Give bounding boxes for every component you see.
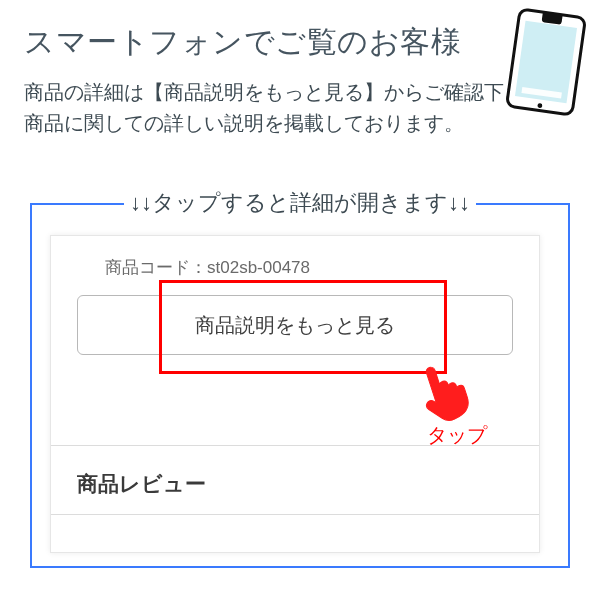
product-code-label: 商品コード：: [105, 258, 207, 277]
header: スマートフォンでご覧のお客様: [0, 0, 600, 63]
panel-legend: ↓↓タップすると詳細が開きます↓↓: [32, 188, 568, 218]
tap-label: タップ: [427, 422, 487, 449]
demo-card: 商品コード：st02sb-00478 商品説明をもっと見る タップ 商品レビュー: [50, 235, 540, 553]
divider: [51, 514, 539, 515]
review-heading: 商品レビュー: [51, 446, 539, 498]
description-line: 商品に関しての詳しい説明を掲載しております。: [24, 112, 464, 134]
product-code-value: st02sb-00478: [207, 258, 310, 277]
instruction-panel: ↓↓タップすると詳細が開きます↓↓ 商品コード：st02sb-00478 商品説…: [30, 203, 570, 568]
smartphone-icon: [503, 5, 589, 118]
view-more-button[interactable]: 商品説明をもっと見る: [77, 295, 513, 355]
page-title: スマートフォンでご覧のお客様: [24, 22, 576, 63]
description-line: 商品の詳細は【商品説明をもっと見る】からご確認下さい。: [24, 81, 564, 103]
view-more-label: 商品説明をもっと見る: [195, 312, 395, 339]
product-code: 商品コード：st02sb-00478: [51, 236, 539, 279]
tap-hand-icon: [413, 362, 469, 422]
